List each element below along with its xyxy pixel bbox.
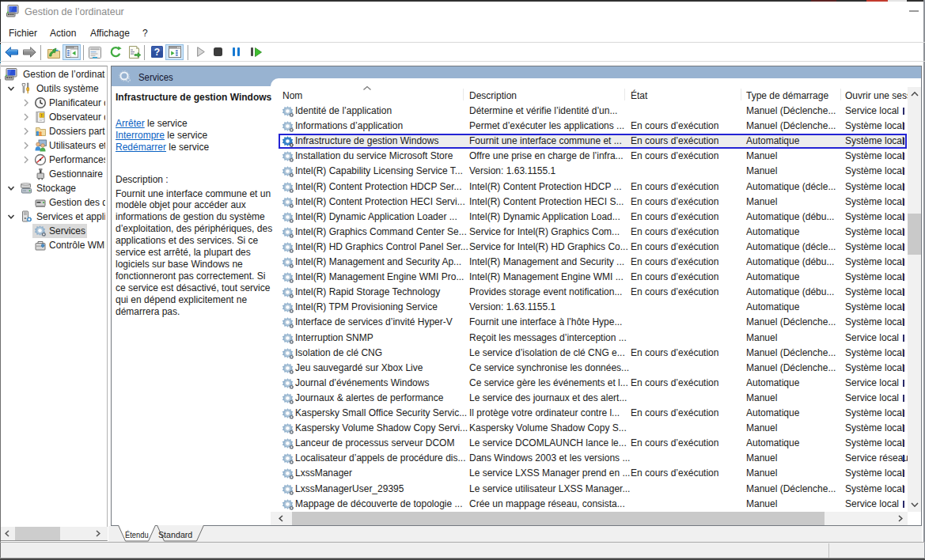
svg-text:?: ?	[154, 47, 160, 58]
svg-text:!: !	[41, 113, 43, 118]
